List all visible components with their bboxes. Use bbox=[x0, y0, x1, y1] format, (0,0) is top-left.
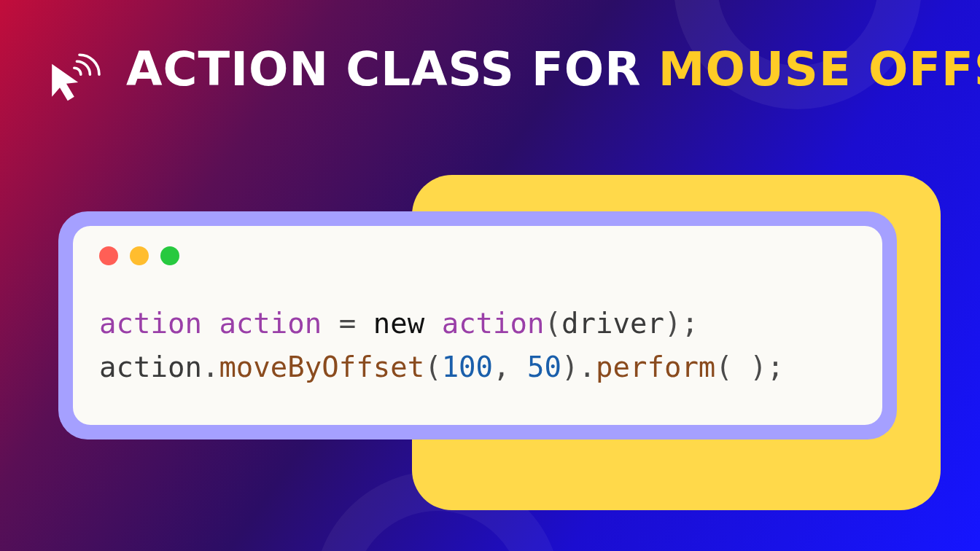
code-frame: action action = new action(driver); acti… bbox=[58, 211, 897, 439]
token-punc: ( bbox=[545, 307, 561, 340]
maximize-icon bbox=[160, 246, 179, 265]
token-punc: ( bbox=[715, 351, 732, 383]
token-var: action bbox=[219, 307, 322, 340]
close-icon bbox=[99, 246, 118, 265]
token-punc: . bbox=[579, 351, 596, 383]
token-punc: ) bbox=[561, 351, 578, 383]
header: ACTION CLASS FOR MOUSE OFFSET bbox=[40, 36, 980, 102]
token-type: action bbox=[99, 307, 202, 340]
title-part-1: ACTION CLASS FOR bbox=[126, 42, 658, 96]
token-arg: driver bbox=[561, 307, 664, 340]
title-part-2: MOUSE OFFSET bbox=[658, 42, 980, 96]
minimize-icon bbox=[130, 246, 149, 265]
token-punc: ) bbox=[750, 351, 766, 383]
token-punc: , bbox=[493, 351, 510, 383]
cursor-click-icon bbox=[40, 36, 106, 102]
token-method: moveByOffset bbox=[219, 351, 424, 383]
token-punc: ; bbox=[681, 307, 698, 340]
code-block: action action = new action(driver); acti… bbox=[99, 302, 856, 390]
token-method: perform bbox=[596, 351, 715, 383]
token-number: 50 bbox=[527, 351, 561, 383]
window-traffic-lights bbox=[99, 246, 856, 265]
token-ctor: action bbox=[442, 307, 545, 340]
token-obj: action bbox=[99, 351, 202, 383]
code-window: action action = new action(driver); acti… bbox=[73, 226, 882, 425]
token-punc: . bbox=[202, 351, 219, 383]
token-number: 100 bbox=[442, 351, 493, 383]
token-punc: ( bbox=[424, 351, 441, 383]
token-punc: ) bbox=[664, 307, 681, 340]
token-op: = bbox=[339, 307, 356, 340]
token-punc: ; bbox=[767, 351, 784, 383]
page-title: ACTION CLASS FOR MOUSE OFFSET bbox=[126, 46, 980, 93]
token-keyword: new bbox=[373, 307, 424, 340]
